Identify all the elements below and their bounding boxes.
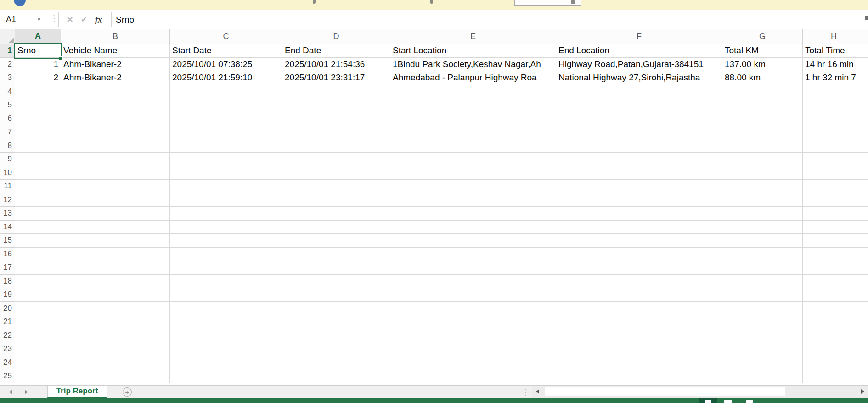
cell-A21[interactable] <box>15 315 61 329</box>
column-header-H[interactable]: H <box>803 29 865 44</box>
cell-D19[interactable] <box>282 288 390 302</box>
row-header-7[interactable]: 7 <box>0 125 15 139</box>
cell-E12[interactable] <box>390 193 556 207</box>
cell-H14[interactable] <box>803 221 865 234</box>
cell-F2[interactable]: Highway Road,Patan,Gujarat-384151 <box>556 58 722 72</box>
formula-bar-input[interactable]: Srno <box>111 12 868 27</box>
cell-G2[interactable]: 137.00 km <box>722 58 803 72</box>
cell-B1[interactable]: Vehicle Name <box>61 44 170 58</box>
cell-A18[interactable] <box>15 275 61 289</box>
cell-F15[interactable] <box>556 234 722 248</box>
cell-B25[interactable] <box>61 369 170 383</box>
cell-B23[interactable] <box>61 342 170 356</box>
scroll-right-icon[interactable] <box>861 389 864 394</box>
cell-G15[interactable] <box>722 234 803 248</box>
cell-B4[interactable] <box>61 85 170 99</box>
cell-partial-13[interactable] <box>865 207 868 221</box>
cell-F19[interactable] <box>556 288 722 302</box>
cell-A13[interactable] <box>15 207 61 221</box>
cell-partial-22[interactable] <box>865 329 868 343</box>
cell-A24[interactable] <box>15 356 61 370</box>
cell-D5[interactable] <box>282 98 390 112</box>
row-header-14[interactable]: 14 <box>0 221 15 234</box>
cell-D25[interactable] <box>282 369 390 383</box>
cell-partial-21[interactable] <box>865 315 868 329</box>
cell-B19[interactable] <box>61 288 170 302</box>
cell-C19[interactable] <box>170 288 282 302</box>
row-header-2[interactable]: 2 <box>0 58 15 72</box>
cell-C16[interactable] <box>170 248 282 261</box>
cell-F1[interactable]: End Location <box>556 44 722 58</box>
cell-partial-4[interactable] <box>865 85 868 99</box>
cell-H2[interactable]: 14 hr 16 min <box>803 58 865 72</box>
view-page-break-button[interactable] <box>746 400 753 403</box>
cell-E6[interactable] <box>390 112 556 126</box>
cell-G14[interactable] <box>722 221 803 234</box>
cell-H18[interactable] <box>803 275 865 289</box>
cell-B6[interactable] <box>61 112 170 126</box>
cell-D17[interactable] <box>282 261 390 275</box>
cell-B10[interactable] <box>61 166 170 180</box>
cell-C8[interactable] <box>170 139 282 153</box>
cell-E4[interactable] <box>390 85 556 99</box>
cell-H1[interactable]: Total Time <box>803 44 865 58</box>
cell-C6[interactable] <box>170 112 282 126</box>
cell-A6[interactable] <box>15 112 61 126</box>
row-header-1[interactable]: 1 <box>0 44 15 58</box>
cell-A25[interactable] <box>15 369 61 383</box>
cell-C20[interactable] <box>170 302 282 316</box>
cell-G19[interactable] <box>722 288 803 302</box>
cell-F6[interactable] <box>556 112 722 126</box>
column-header-A[interactable]: A <box>15 29 61 44</box>
cell-B9[interactable] <box>61 153 170 166</box>
cell-C25[interactable] <box>170 369 282 383</box>
cell-D11[interactable] <box>282 180 390 193</box>
cell-G25[interactable] <box>722 369 803 383</box>
cell-H13[interactable] <box>803 207 865 221</box>
cell-F21[interactable] <box>556 315 722 329</box>
column-header-partial[interactable] <box>865 29 868 44</box>
cell-D13[interactable] <box>282 207 390 221</box>
cell-F4[interactable] <box>556 85 722 99</box>
cell-G3[interactable]: 88.00 km <box>722 71 803 85</box>
cell-partial-3[interactable] <box>865 71 868 85</box>
cell-F8[interactable] <box>556 139 722 153</box>
cell-partial-15[interactable] <box>865 234 868 248</box>
horizontal-scrollbar[interactable] <box>532 386 868 398</box>
cell-partial-6[interactable] <box>865 112 868 126</box>
cell-D2[interactable]: 2025/10/01 21:54:36 <box>282 58 390 72</box>
cell-A2[interactable]: 1 <box>15 58 61 72</box>
cell-C15[interactable] <box>170 234 282 248</box>
cell-G13[interactable] <box>722 207 803 221</box>
row-header-10[interactable]: 10 <box>0 166 15 180</box>
row-header-5[interactable]: 5 <box>0 98 15 112</box>
cell-C2[interactable]: 2025/10/01 07:38:25 <box>170 58 282 72</box>
cell-F25[interactable] <box>556 369 722 383</box>
row-header-16[interactable]: 16 <box>0 248 15 261</box>
cell-G4[interactable] <box>722 85 803 99</box>
cell-E9[interactable] <box>390 153 556 166</box>
cell-G24[interactable] <box>722 356 803 370</box>
cell-partial-17[interactable] <box>865 261 868 275</box>
cell-C14[interactable] <box>170 221 282 234</box>
cell-A17[interactable] <box>15 261 61 275</box>
cell-H10[interactable] <box>803 166 865 180</box>
row-header-20[interactable]: 20 <box>0 302 15 316</box>
cell-F9[interactable] <box>556 153 722 166</box>
row-header-15[interactable]: 15 <box>0 234 15 248</box>
cell-H25[interactable] <box>803 369 865 383</box>
cell-F12[interactable] <box>556 193 722 207</box>
cell-C18[interactable] <box>170 275 282 289</box>
cell-C22[interactable] <box>170 329 282 343</box>
cell-H17[interactable] <box>803 261 865 275</box>
cell-B18[interactable] <box>61 275 170 289</box>
cell-G9[interactable] <box>722 153 803 166</box>
row-header-4[interactable]: 4 <box>0 85 15 99</box>
cell-A5[interactable] <box>15 98 61 112</box>
cell-C23[interactable] <box>170 342 282 356</box>
cell-E18[interactable] <box>390 275 556 289</box>
cell-B11[interactable] <box>61 180 170 193</box>
cell-F7[interactable] <box>556 125 722 139</box>
cell-A10[interactable] <box>15 166 61 180</box>
cell-H24[interactable] <box>803 356 865 370</box>
